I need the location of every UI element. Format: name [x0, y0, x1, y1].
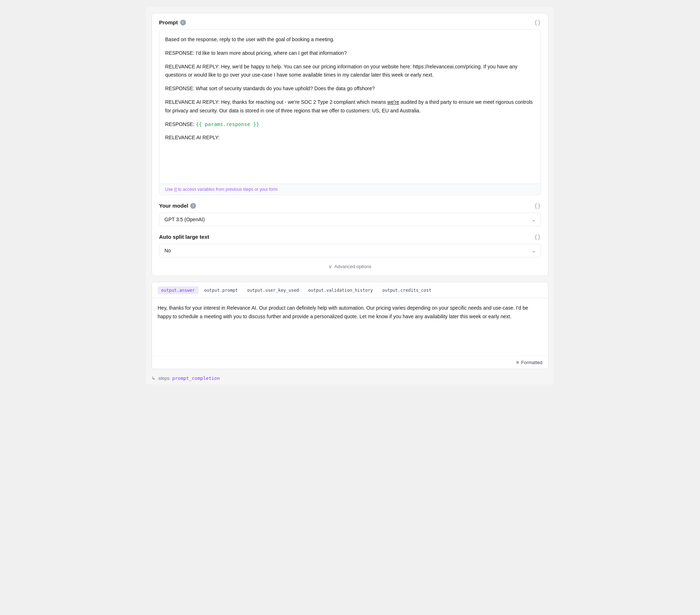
model-select-wrapper: GPT 3.5 (OpenAI) GPT 4 (OpenAI) Claude (…	[159, 213, 541, 226]
auto-split-code-icon[interactable]: {}	[534, 233, 541, 240]
advanced-options-chevron-icon: ∨	[329, 264, 332, 269]
steps-prefix: steps.	[158, 376, 171, 381]
auto-split-title: Auto split large text	[159, 234, 209, 240]
advanced-options-row[interactable]: ∨ Advanced options	[152, 257, 548, 276]
page-container: Prompt i {} Based on the response, reply…	[146, 7, 554, 384]
model-code-icon[interactable]: {}	[534, 202, 541, 209]
output-section: output.answer output.prompt output.user_…	[152, 282, 548, 369]
output-footer: ≡ Formatted	[152, 355, 548, 369]
model-info-icon[interactable]: i	[190, 203, 196, 209]
prompt-hint: Use {{ to access variables from previous…	[159, 184, 541, 195]
prompt-line-2: RESPONSE: I'd like to learn more about p…	[165, 49, 535, 58]
prompt-line-5: RELEVANCE AI REPLY: Hey, thanks for reac…	[165, 98, 535, 115]
auto-split-section: Auto split large text {} No Yes ⌄	[152, 226, 548, 257]
main-card: Prompt i {} Based on the response, reply…	[152, 13, 548, 276]
formatted-label: Formatted	[521, 360, 542, 365]
prompt-line-1: Based on the response, reply to the user…	[165, 35, 535, 44]
output-content: Hey, thanks for your interest in Relevan…	[152, 298, 548, 355]
steps-highlight: prompt_completion	[172, 376, 220, 381]
prompt-line-7: RELEVANCE AI REPLY:	[165, 134, 535, 142]
steps-footer: ↳ steps.prompt_completion	[146, 372, 554, 384]
output-answer-text: Hey, thanks for your interest in Relevan…	[158, 305, 528, 319]
model-header: Your model i {}	[159, 202, 541, 209]
param-response: {{ params.response }}	[196, 121, 259, 127]
tab-output-user-key-used[interactable]: output.user_key_used	[244, 286, 303, 294]
tab-output-credits-cost[interactable]: output.credits_cost	[379, 286, 435, 294]
output-tabs: output.answer output.prompt output.user_…	[152, 282, 548, 294]
prompt-line-4: RESPONSE: What sort of security standard…	[165, 84, 535, 93]
model-section: Your model i {} GPT 3.5 (OpenAI) GPT 4 (…	[152, 195, 548, 226]
prompt-header: Prompt i {}	[159, 19, 541, 26]
auto-split-select-wrapper: No Yes ⌄	[159, 244, 541, 257]
prompt-title: Prompt i	[159, 19, 186, 25]
formatted-icon: ≡	[516, 359, 519, 365]
auto-split-title-text: Auto split large text	[159, 234, 209, 240]
prompt-section: Prompt i {} Based on the response, reply…	[152, 13, 548, 195]
advanced-options-label: Advanced options	[334, 264, 371, 269]
tab-output-prompt[interactable]: output.prompt	[201, 286, 241, 294]
prompt-info-icon[interactable]: i	[180, 20, 186, 25]
steps-arrow-icon: ↳	[152, 376, 155, 381]
tab-output-answer[interactable]: output.answer	[158, 286, 198, 294]
prompt-line-6: RESPONSE: {{ params.response }}	[165, 120, 535, 129]
prompt-content[interactable]: Based on the response, reply to the user…	[159, 30, 541, 184]
tab-output-validation-history[interactable]: output.validation_history	[305, 286, 377, 294]
model-select[interactable]: GPT 3.5 (OpenAI) GPT 4 (OpenAI) Claude (…	[159, 213, 541, 226]
prompt-code-icon[interactable]: {}	[534, 19, 541, 26]
prompt-line-3: RELEVANCE AI REPLY: Hey, we'd be happy t…	[165, 63, 535, 80]
auto-split-header: Auto split large text {}	[159, 233, 541, 240]
model-title-text: Your model	[159, 203, 188, 209]
auto-split-select[interactable]: No Yes	[159, 244, 541, 257]
prompt-title-text: Prompt	[159, 19, 178, 25]
prompt-textarea-container[interactable]: Based on the response, reply to the user…	[159, 29, 541, 195]
model-title: Your model i	[159, 203, 196, 209]
